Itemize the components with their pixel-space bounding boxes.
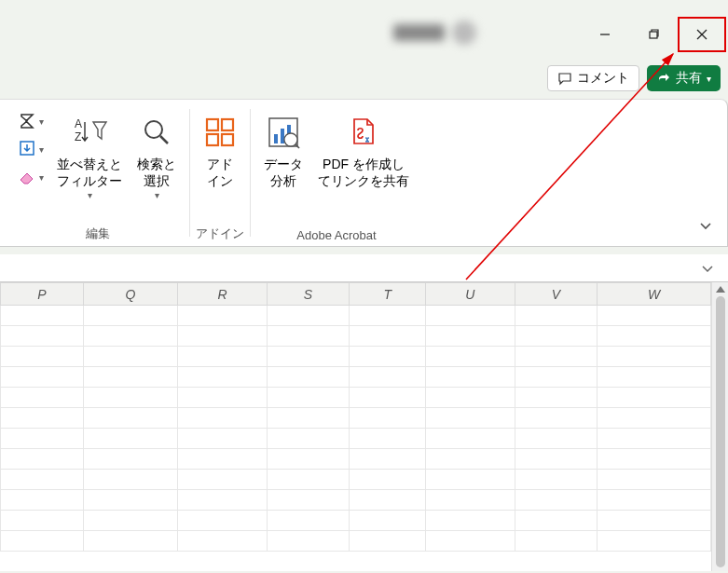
cell[interactable]: [598, 388, 711, 408]
cell[interactable]: [1, 470, 84, 490]
cell[interactable]: [515, 490, 598, 511]
comments-button[interactable]: コメント: [547, 65, 639, 91]
cell[interactable]: [598, 449, 711, 470]
column-header[interactable]: T: [350, 283, 426, 306]
cell[interactable]: [350, 388, 426, 408]
scroll-up-arrow[interactable]: [716, 286, 725, 293]
cell[interactable]: [515, 326, 598, 347]
column-header[interactable]: V: [515, 283, 598, 306]
cell[interactable]: [598, 531, 711, 552]
cell[interactable]: [515, 347, 598, 367]
cell[interactable]: [267, 347, 350, 367]
formula-bar[interactable]: [0, 254, 728, 282]
cell[interactable]: [83, 388, 178, 408]
cell[interactable]: [267, 306, 350, 326]
cell[interactable]: [178, 429, 267, 449]
cell[interactable]: [178, 367, 267, 388]
column-header[interactable]: S: [267, 283, 350, 306]
cell[interactable]: [1, 347, 84, 367]
data-analysis-button[interactable]: データ 分析: [256, 107, 310, 195]
cell[interactable]: [598, 429, 711, 449]
cell[interactable]: [598, 306, 711, 326]
minimize-button[interactable]: [581, 17, 629, 52]
cell[interactable]: [1, 306, 84, 326]
cell[interactable]: [1, 367, 84, 388]
column-header[interactable]: P: [1, 283, 84, 306]
cell[interactable]: [350, 470, 426, 490]
cell[interactable]: [515, 388, 598, 408]
cell[interactable]: [515, 511, 598, 531]
cell[interactable]: [178, 470, 267, 490]
cell[interactable]: [267, 388, 350, 408]
cell[interactable]: [350, 531, 426, 552]
cell[interactable]: [267, 408, 350, 429]
cell[interactable]: [178, 408, 267, 429]
cell[interactable]: [515, 429, 598, 449]
cell[interactable]: [83, 511, 178, 531]
cell[interactable]: [83, 306, 178, 326]
cell[interactable]: [1, 326, 84, 347]
cell[interactable]: [267, 470, 350, 490]
cell[interactable]: [598, 490, 711, 511]
cell[interactable]: [598, 367, 711, 388]
ribbon-collapse-button[interactable]: [697, 217, 714, 237]
cell[interactable]: [267, 531, 350, 552]
cell[interactable]: [426, 367, 515, 388]
addins-button[interactable]: アド イン: [196, 107, 244, 195]
cell[interactable]: [267, 429, 350, 449]
scroll-thumb[interactable]: [716, 296, 725, 567]
cell[interactable]: [350, 326, 426, 347]
fill-button[interactable]: ▾: [17, 139, 44, 159]
cell[interactable]: [350, 408, 426, 429]
cell[interactable]: [1, 429, 84, 449]
share-button[interactable]: 共有 ▾: [647, 65, 721, 91]
cell[interactable]: [1, 388, 84, 408]
cell[interactable]: [426, 490, 515, 511]
cell[interactable]: [426, 326, 515, 347]
cell[interactable]: [426, 429, 515, 449]
column-header[interactable]: U: [426, 283, 515, 306]
cell[interactable]: [178, 531, 267, 552]
cell[interactable]: [350, 429, 426, 449]
find-select-button[interactable]: 検索と 選択 ▾: [130, 107, 184, 207]
cell[interactable]: [426, 408, 515, 429]
chevron-down-icon[interactable]: [700, 261, 715, 276]
cell[interactable]: [83, 490, 178, 511]
column-header[interactable]: W: [598, 283, 711, 306]
cell[interactable]: [1, 531, 84, 552]
cell[interactable]: [598, 326, 711, 347]
cell[interactable]: [350, 511, 426, 531]
column-header[interactable]: Q: [83, 283, 178, 306]
cell[interactable]: [598, 511, 711, 531]
cell[interactable]: [1, 449, 84, 470]
cell[interactable]: [515, 408, 598, 429]
cell[interactable]: [267, 367, 350, 388]
cell[interactable]: [350, 306, 426, 326]
cell[interactable]: [178, 326, 267, 347]
cell[interactable]: [267, 449, 350, 470]
cell[interactable]: [350, 347, 426, 367]
cell[interactable]: [1, 511, 84, 531]
cell[interactable]: [426, 449, 515, 470]
cell[interactable]: [178, 490, 267, 511]
sort-filter-button[interactable]: A Z 並べ替えと フィルター ▾: [49, 107, 130, 207]
cell[interactable]: [83, 347, 178, 367]
cell[interactable]: [350, 367, 426, 388]
vertical-scrollbar[interactable]: [711, 282, 728, 571]
cell[interactable]: [83, 408, 178, 429]
cell[interactable]: [426, 470, 515, 490]
cell[interactable]: [178, 449, 267, 470]
spreadsheet-grid[interactable]: PQRSTUVW: [0, 282, 711, 571]
cell[interactable]: [426, 306, 515, 326]
cell[interactable]: [426, 347, 515, 367]
cell[interactable]: [426, 531, 515, 552]
cell[interactable]: [178, 347, 267, 367]
cell[interactable]: [350, 490, 426, 511]
autosum-button[interactable]: ▾: [17, 111, 44, 131]
cell[interactable]: [83, 326, 178, 347]
cell[interactable]: [1, 490, 84, 511]
cell[interactable]: [1, 408, 84, 429]
cell[interactable]: [83, 470, 178, 490]
close-button[interactable]: [678, 17, 726, 52]
cell[interactable]: [83, 367, 178, 388]
